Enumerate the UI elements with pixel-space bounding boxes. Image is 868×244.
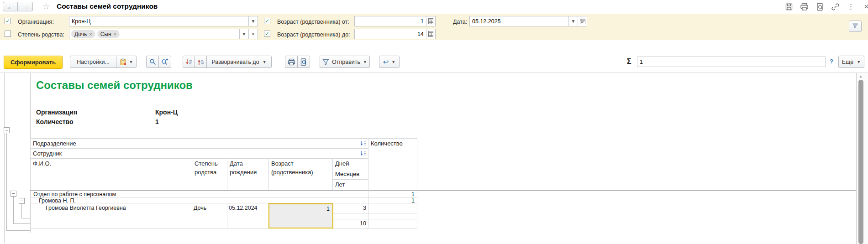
header-age-cell[interactable]: Возраст (родственника) [268, 158, 333, 191]
more-button[interactable]: Еще ▼ [838, 56, 864, 68]
preview-icon [300, 58, 307, 66]
age-to-input[interactable] [355, 29, 426, 39]
window-title: Составы семей сотрудников [57, 2, 158, 10]
header-group1-cell[interactable]: Подразделение [30, 138, 368, 149]
age-to-checkbox[interactable]: ✓ [264, 31, 270, 37]
age-from-input[interactable] [355, 16, 426, 26]
header-fio-label: Ф.И.О. [33, 160, 51, 167]
date-field[interactable]: ▼ [469, 16, 587, 26]
more-menu-icon[interactable]: ⋮ [847, 2, 855, 11]
calculator-button[interactable] [426, 16, 435, 26]
generate-button[interactable]: Сформировать [4, 56, 63, 69]
scroll-up-icon[interactable]: ▲ [859, 74, 863, 78]
org-dropdown-button[interactable]: ▼ [248, 16, 258, 26]
save-icon[interactable] [784, 2, 793, 11]
minus-icon: − [20, 198, 23, 203]
kinship-label: Степень родства: [18, 31, 64, 38]
employee-count-cell[interactable]: 1 [368, 197, 415, 204]
print-preview-button[interactable] [297, 56, 310, 68]
calculator-button[interactable] [426, 29, 435, 39]
detail-days-cell[interactable]: 3 [332, 205, 366, 211]
find-button[interactable] [146, 56, 159, 68]
header-count-cell[interactable]: Количество [368, 138, 417, 191]
sort-icon[interactable] [360, 151, 367, 159]
settings-button[interactable]: Настройки... [70, 56, 116, 68]
date-dropdown-button[interactable]: ▼ [568, 16, 578, 26]
grid-line [332, 219, 417, 219]
print-preview-icon[interactable] [815, 2, 824, 11]
chip-remove-icon[interactable]: × [114, 31, 116, 37]
history-button[interactable]: ↩ ▼ [379, 56, 400, 68]
header-days-cell[interactable]: Дней [332, 158, 368, 169]
header-count-label: Количество [371, 140, 403, 147]
age-to-field[interactable] [354, 29, 436, 39]
selected-age-cell[interactable]: 1 [268, 203, 333, 228]
forward-button[interactable]: → [18, 2, 33, 11]
report-variants-button[interactable]: ▼ [116, 56, 137, 68]
param-org-value[interactable]: Крон-Ц [155, 109, 178, 116]
scrollbar-thumb[interactable] [858, 80, 863, 244]
print-button[interactable] [285, 56, 298, 68]
send-button[interactable]: Отправить ▼ [320, 56, 370, 68]
grid-line [30, 190, 856, 191]
collapse-group-button[interactable]: − [4, 127, 10, 133]
expand-to-button[interactable]: Разворачивать до ▼ [206, 56, 272, 68]
check-icon: ✓ [265, 31, 269, 36]
collapse-group-button[interactable]: − [11, 191, 16, 197]
kinship-chip[interactable]: Дочь × [71, 30, 95, 38]
header-kinship-cell[interactable]: Степень родства [192, 158, 227, 191]
date-input[interactable] [470, 16, 568, 26]
grid-line [417, 190, 417, 228]
kinship-clear-button[interactable]: × [248, 29, 258, 39]
undo-arrow-icon: ↩ [383, 59, 389, 65]
dept-count-cell[interactable]: 1 [368, 191, 415, 197]
sort-icon[interactable] [360, 140, 367, 149]
org-input[interactable] [69, 16, 248, 26]
autosum-field[interactable] [637, 57, 826, 67]
selected-age-value: 1 [326, 206, 330, 212]
detail-birth-cell[interactable]: 05.12.2024 [229, 205, 258, 211]
nav-buttons: ← → [3, 2, 33, 11]
kinship-dropdown-button[interactable]: ▼ [239, 29, 248, 39]
expand-groups-button[interactable] [183, 56, 195, 68]
more-label: Еще [842, 59, 853, 65]
age-from-field[interactable] [354, 16, 436, 26]
chevron-down-icon: ▼ [251, 19, 256, 24]
help-link[interactable]: ? [830, 58, 833, 65]
kinship-checkbox[interactable] [5, 31, 11, 37]
age-from-checkbox[interactable]: ✓ [264, 18, 270, 24]
detail-kinship-cell[interactable]: Дочь [194, 205, 206, 211]
tree-line [6, 133, 7, 231]
detail-years-cell[interactable]: 10 [332, 220, 366, 227]
detail-fio-cell[interactable]: Громова Виолетта Георгиевна [46, 205, 126, 211]
kinship-chip[interactable]: Сын × [97, 30, 120, 38]
header-years-cell[interactable]: Лет [332, 179, 368, 191]
find-next-button[interactable] [158, 56, 171, 68]
filter-settings-button[interactable] [849, 21, 862, 32]
chip-label: Дочь [74, 31, 87, 37]
header-age-label: Возраст (родственника) [271, 160, 313, 176]
print-icon[interactable] [800, 2, 809, 11]
collapse-group-button[interactable]: − [19, 198, 25, 204]
chip-remove-icon[interactable]: × [89, 31, 92, 37]
age-from-label: Возраст (родственника) от: [277, 19, 349, 25]
minus-icon: − [12, 191, 15, 196]
header-fio-cell[interactable]: Ф.И.О. [30, 158, 192, 191]
collapse-groups-button[interactable] [195, 56, 207, 68]
header-birth-cell[interactable]: Дата рождения [227, 158, 269, 191]
kinship-combobox[interactable]: Дочь × Сын × ▼ × [69, 29, 258, 39]
date-calendar-button[interactable] [578, 16, 587, 26]
org-combobox[interactable]: ▼ [69, 16, 258, 26]
header-months-cell[interactable]: Месяцев [332, 169, 368, 180]
param-count-value[interactable]: 1 [155, 118, 159, 125]
link-icon[interactable] [831, 2, 840, 11]
org-checkbox[interactable]: ✓ [5, 18, 11, 24]
search-icon [149, 58, 156, 65]
back-button[interactable]: ← [3, 2, 18, 11]
favorite-star-icon[interactable]: ☆ [42, 1, 50, 11]
close-icon[interactable]: × [862, 2, 868, 11]
group-row-employee[interactable]: Громова Н. П. [39, 197, 76, 204]
autosum-input[interactable] [637, 57, 826, 67]
header-group2-cell[interactable]: Сотрудник [30, 148, 368, 159]
group-row-dept[interactable]: Отдел по работе с персоналом [33, 191, 116, 197]
